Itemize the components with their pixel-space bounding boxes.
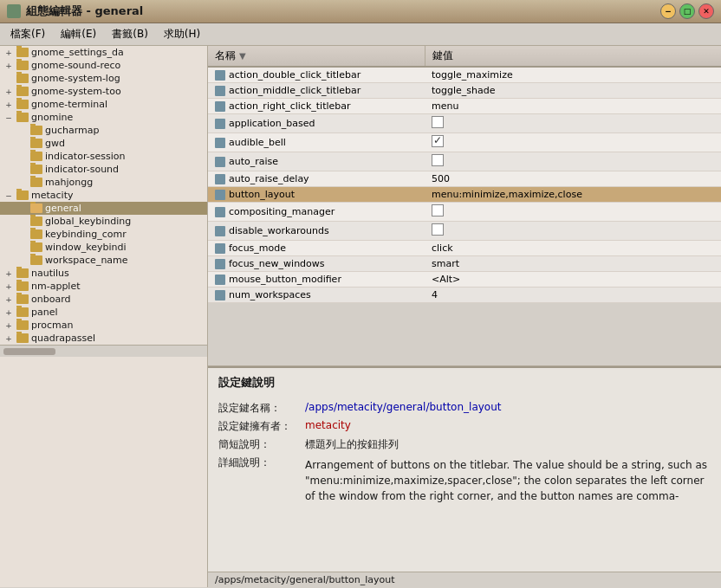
tree-item-keybinding-comr[interactable]: keybinding_comr [0, 228, 207, 241]
table-row[interactable]: mouse_button_modifier<Alt> [208, 272, 721, 288]
table-row[interactable]: focus_new_windowssmart [208, 256, 721, 272]
cell-name: num_workspaces [208, 288, 425, 303]
folder-icon [16, 48, 29, 57]
cell-name: auto_raise_delay [208, 171, 425, 187]
checkbox-unchecked-icon [432, 223, 444, 236]
tree-item-indicator-session[interactable]: indicator-session [0, 150, 207, 163]
table-row[interactable]: action_right_click_titlebarmenu [208, 99, 721, 114]
checkbox-checked-icon [432, 135, 444, 147]
table-row[interactable]: action_double_click_titlebartoggle_maxim… [208, 67, 721, 83]
tree-label: metacity [31, 190, 73, 201]
expand-icon: + [3, 100, 14, 110]
folder-icon [30, 139, 42, 148]
folder-icon [16, 320, 29, 330]
table-row[interactable]: num_workspaces4 [208, 288, 721, 303]
folder-icon [16, 100, 29, 109]
table-row[interactable]: disable_workarounds [208, 222, 721, 241]
tree-label: gnomine [31, 112, 73, 123]
cell-name: action_double_click_titlebar [208, 67, 425, 83]
tree-item-gnomine[interactable]: − gnomine [0, 111, 207, 124]
minimize-button[interactable]: − [660, 3, 676, 19]
detail-owner-value: metacity [305, 419, 351, 434]
tree-label: quadrapassel [31, 333, 95, 344]
tree-item-gucharmap[interactable]: gucharmap [0, 124, 207, 137]
cell-name: auto_raise [208, 152, 425, 171]
tree-item-procman[interactable]: + procman [0, 319, 207, 332]
tree-item-gnome-terminal[interactable]: + gnome-terminal [0, 98, 207, 111]
table-row[interactable]: auto_raise [208, 152, 721, 171]
tree-item-gnome-system-log[interactable]: gnome-system-log [0, 72, 207, 85]
menu-bookmarks[interactable]: 書籤(B) [105, 25, 155, 43]
row-icon [215, 207, 225, 217]
tree-item-global-keybinding[interactable]: global_keybinding [0, 215, 207, 228]
menu-help[interactable]: 求助(H) [157, 25, 207, 43]
detail-shortdesc-value: 標題列上的按鈕排列 [305, 437, 399, 452]
row-icon [215, 290, 225, 300]
folder-icon [30, 165, 42, 174]
tree-item-mahjongg[interactable]: mahjongg [0, 176, 207, 189]
tree-item-onboard[interactable]: + onboard [0, 293, 207, 306]
window-title: 組態編輯器 - general [26, 3, 143, 19]
tree-item-gnome-system-too[interactable]: + gnome-system-too [0, 85, 207, 98]
row-icon [215, 119, 225, 129]
table-row[interactable]: compositing_manager [208, 203, 721, 222]
config-table: 名稱 ▼ 鍵值 action_double_click_titlebartogg… [208, 46, 721, 303]
col-header-name[interactable]: 名稱 ▼ [208, 46, 425, 67]
table-row[interactable]: audible_bell [208, 133, 721, 152]
cell-value: menu [425, 99, 721, 114]
folder-icon [16, 268, 29, 278]
tree-item-metacity[interactable]: − metacity [0, 189, 207, 202]
tree-item-gnome-sound-reco[interactable]: + gnome-sound-reco [0, 59, 207, 72]
cell-value [425, 203, 721, 222]
folder-icon [30, 255, 42, 265]
folder-icon [30, 152, 42, 161]
tree-item-gnome-settings-da[interactable]: + gnome_settings_da [0, 46, 207, 59]
tree-item-nautilus[interactable]: + nautilus [0, 267, 207, 280]
detail-owner-label: 設定鍵擁有者： [218, 419, 305, 434]
close-button[interactable]: ✕ [698, 3, 714, 19]
expand-icon: − [3, 191, 14, 201]
table-row[interactable]: button_layoutmenu:minimize,maximize,clos… [208, 187, 721, 203]
table-row[interactable]: focus_modeclick [208, 241, 721, 256]
table-row[interactable]: auto_raise_delay500 [208, 171, 721, 187]
menu-bar: 檔案(F) 編輯(E) 書籤(B) 求助(H) [0, 23, 721, 46]
menu-edit[interactable]: 編輯(E) [54, 25, 103, 43]
folder-icon [16, 113, 29, 122]
tree-label: indicator-session [45, 151, 125, 162]
tree-label: workspace_name [45, 255, 128, 266]
detail-owner-row: 設定鍵擁有者： metacity [218, 419, 711, 434]
tree-item-indicator-sound[interactable]: indicator-sound [0, 163, 207, 176]
tree-item-panel[interactable]: + panel [0, 306, 207, 319]
tree-label: indicator-sound [45, 164, 119, 175]
tree-label: gnome_settings_da [31, 47, 124, 58]
col-header-value[interactable]: 鍵值 [425, 46, 721, 67]
menu-file[interactable]: 檔案(F) [3, 25, 52, 43]
tree-item-quadrapassel[interactable]: + quadrapassel [0, 332, 207, 345]
table-row[interactable]: application_based [208, 114, 721, 133]
maximize-button[interactable]: □ [679, 3, 695, 19]
expand-icon [17, 139, 28, 149]
detail-panel: 設定鍵說明 設定鍵名稱： /apps/metacity/general/butt… [208, 366, 721, 572]
row-icon [215, 275, 225, 285]
expand-icon [17, 216, 28, 227]
cell-name: disable_workarounds [208, 222, 425, 241]
tree-item-general[interactable]: general [0, 202, 207, 215]
row-icon [215, 226, 225, 236]
expand-icon [17, 242, 28, 253]
folder-icon [16, 61, 29, 70]
tree-label: gnome-system-log [31, 73, 120, 84]
expand-icon: + [3, 48, 14, 58]
tree-horizontal-scrollbar[interactable] [0, 345, 207, 357]
folder-icon [30, 229, 42, 239]
row-icon [215, 101, 225, 112]
folder-icon [30, 216, 42, 226]
expand-icon [17, 229, 28, 240]
tree-item-workspace-name[interactable]: workspace_name [0, 254, 207, 267]
tree-item-gwd[interactable]: gwd [0, 137, 207, 150]
detail-longdesc-value: Arrangement of buttons on the titlebar. … [305, 457, 711, 504]
tree-item-window-keybindi[interactable]: window_keybindi [0, 241, 207, 254]
tree-item-nm-applet[interactable]: + nm-applet [0, 280, 207, 293]
table-row[interactable]: action_middle_click_titlebartoggle_shade [208, 83, 721, 99]
folder-icon [16, 281, 29, 291]
expand-icon: + [3, 87, 14, 97]
